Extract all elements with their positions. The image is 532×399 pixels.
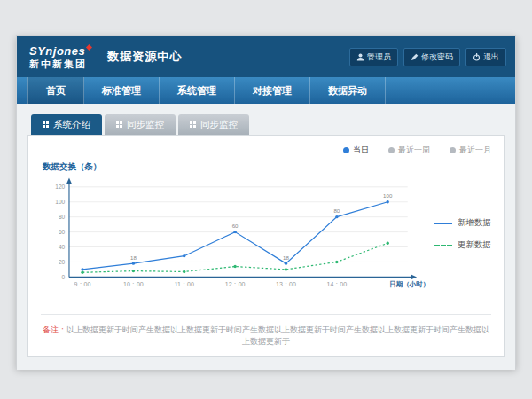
user-icon [356,53,364,61]
change-password-label: 修改密码 [421,51,453,63]
main-nav: 首页 标准管理 系统管理 对接管理 数据异动 [17,77,515,104]
power-icon [473,53,481,61]
svg-text:100: 100 [55,199,65,205]
filter-label: 当日 [353,145,369,156]
app-window: SYnjones 新中新集团 数据资源中心 管理员 修改密码 退出 首页 标准管… [16,35,516,369]
chart-panel: 当日 最近一周 最近一月 数据交换（条） 0204060801001209：00… [27,135,505,357]
tab-label: 系统介绍 [53,119,90,131]
svg-text:20: 20 [59,259,66,265]
legend-label: 新增数据 [458,217,491,229]
filter-last-week[interactable]: 最近一周 [388,145,430,156]
tab-bar: 系统介绍 同步监控 同步监控 [31,114,505,135]
admin-user-label: 管理员 [367,51,391,63]
tab-sync-monitor-2[interactable]: 同步监控 [178,114,249,135]
svg-text:80: 80 [59,214,66,220]
legend-item-new-data[interactable]: 新增数据 [434,217,491,229]
change-password-button[interactable]: 修改密码 [403,48,460,66]
filter-label: 最近一周 [398,145,430,156]
svg-text:14：00: 14：00 [326,281,347,287]
svg-text:12：00: 12：00 [225,281,246,287]
nav-item-data-change[interactable]: 数据异动 [310,77,386,104]
y-axis-title: 数据交换（条） [43,161,491,173]
nav-item-standard-mgmt[interactable]: 标准管理 [84,77,160,104]
logo: SYnjones 新中新集团 [29,45,91,69]
note-text: 以上数据更新于时间产生数据以上数据更新于时间产生数据以上数据更新于时间产生数据以… [66,325,489,346]
svg-text:100: 100 [383,193,393,200]
footer-note: 备注：以上数据更新于时间产生数据以上数据更新于时间产生数据以上数据更新于时间产生… [41,314,491,349]
content-area: 系统介绍 同步监控 同步监控 当日 最近一周 [17,104,515,370]
svg-text:日期（小时）: 日期（小时） [389,280,429,288]
tab-system-intro[interactable]: 系统介绍 [31,114,102,135]
logo-text: SYnjones [29,45,91,57]
note-label: 备注： [43,325,66,334]
tab-label: 同步监控 [127,119,164,131]
edit-icon [411,53,419,61]
line-chart: 0204060801001209：0010：0011：0012：0013：001… [41,175,433,306]
svg-text:18: 18 [130,254,137,261]
logout-button[interactable]: 退出 [466,48,506,66]
series-legend: 新增数据 更新数据 [434,217,491,251]
svg-text:60: 60 [232,223,239,229]
grid-icon [43,121,49,128]
logout-label: 退出 [483,51,499,63]
filter-last-month[interactable]: 最近一月 [450,145,491,156]
legend-item-update-data[interactable]: 更新数据 [434,239,491,251]
svg-text:80: 80 [333,207,340,214]
svg-text:0: 0 [62,274,66,280]
admin-user-button[interactable]: 管理员 [349,48,398,66]
nav-item-system-mgmt[interactable]: 系统管理 [160,77,235,104]
tab-label: 同步监控 [200,119,238,131]
filter-today[interactable]: 当日 [343,145,369,156]
svg-text:40: 40 [59,244,66,250]
page-title: 数据资源中心 [107,49,182,65]
svg-text:11：00: 11：00 [175,281,194,287]
chart-row: 0204060801001209：0010：0011：0012：0013：001… [41,175,491,306]
app-header: SYnjones 新中新集团 数据资源中心 管理员 修改密码 退出 [17,36,515,77]
svg-text:10：00: 10：00 [123,281,144,287]
svg-text:9：00: 9：00 [74,281,91,287]
line-sample-solid [434,223,452,224]
svg-text:18: 18 [283,254,289,261]
nav-item-integration-mgmt[interactable]: 对接管理 [235,77,310,104]
header-actions: 管理员 修改密码 退出 [349,48,506,66]
grid-icon [116,121,122,128]
nav-item-home[interactable]: 首页 [27,77,84,104]
legend-dot [450,147,456,153]
legend-label: 更新数据 [458,239,491,251]
legend-dot [343,147,349,153]
svg-text:13：00: 13：00 [276,281,296,287]
filter-label: 最近一月 [459,145,491,156]
legend-dot [388,147,395,153]
grid-icon [190,121,196,128]
logo-subtitle: 新中新集团 [29,59,91,69]
line-sample-dashed [434,245,452,246]
range-filter-legend: 当日 最近一周 最近一月 [41,145,491,156]
tab-sync-monitor-1[interactable]: 同步监控 [105,114,176,135]
svg-text:120: 120 [55,184,65,190]
logo-red-dot [86,43,92,50]
svg-text:60: 60 [59,229,66,235]
